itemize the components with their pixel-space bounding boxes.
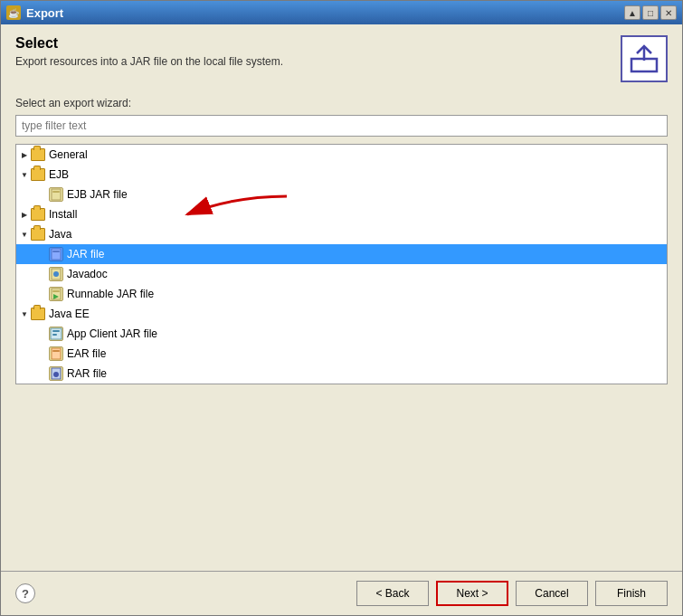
folder-icon-ejb [31,168,45,181]
jar-icon-runnable-jar [49,287,63,301]
tree-label-ejb-jar: EJB JAR file [67,188,128,201]
tree-label-jar-file: JAR file [67,248,104,261]
jar-icon-jar-file [49,247,63,261]
folder-icon-install [31,208,45,221]
title-bar-left: ☕ Export [6,5,63,20]
tree-label-general: General [49,148,88,161]
title-bar-controls: ▲ □ ✕ [624,5,677,20]
svg-rect-14 [52,350,60,352]
jar-icon-javadoc [49,267,63,281]
expand-icon-ejb [20,170,29,179]
tree-item-rar-file[interactable]: RAR file [16,364,667,384]
svg-rect-13 [52,348,61,359]
tree-label-runnable-jar: Runnable JAR file [67,288,154,300]
finish-button[interactable]: Finish [595,581,668,606]
expand-icon-java-ee [20,309,29,318]
filter-input[interactable] [15,115,668,137]
tree-item-java-ee[interactable]: Java EE [16,304,667,324]
window-title: Export [26,6,63,20]
tree-label-javadoc: Javadoc [67,268,108,280]
tree-label-app-client-jar: App Client JAR file [67,327,157,340]
window-content: Select Export resources into a JAR file … [1,24,682,571]
tree-item-javadoc[interactable]: Javadoc [16,264,667,284]
header-text: Select Export resources into a JAR file … [15,35,283,68]
svg-rect-12 [52,334,57,336]
jar-icon-app-client [49,327,63,341]
page-description: Export resources into a JAR file on the … [15,55,283,68]
tree-item-ear-file[interactable]: EAR file [16,344,667,364]
export-icon-svg [628,43,660,75]
svg-point-6 [53,271,59,277]
tree-item-install[interactable]: Install [16,204,667,224]
maximize-button[interactable]: □ [642,5,659,20]
jar-icon-rar [49,366,63,381]
minimize-button[interactable]: ▲ [624,5,640,20]
app-icon: ☕ [6,5,21,20]
tree-label-ejb: EJB [49,168,69,181]
filter-label: Select an export wizard: [15,97,668,109]
tree-wrapper: General EJB [15,144,668,395]
tree-item-ejb-jar[interactable]: EJB JAR file [16,185,667,204]
folder-icon-general [31,148,45,161]
folder-icon-java-ee [31,308,45,320]
header-section: Select Export resources into a JAR file … [15,35,668,82]
tree-item-ejb[interactable]: EJB [16,165,667,185]
expand-icon-install [20,210,29,219]
title-bar: ☕ Export ▲ □ ✕ [1,1,682,24]
export-icon [621,35,668,82]
dialog-buttons: < Back Next > Cancel Finish [356,581,668,606]
tree-item-app-client-jar[interactable]: App Client JAR file [16,324,667,344]
tree-label-java: Java [49,228,71,241]
page-title: Select [15,35,283,52]
svg-rect-8 [52,290,60,292]
tree-item-runnable-jar[interactable]: Runnable JAR file [16,284,667,304]
jar-icon-ear [49,346,63,361]
expand-icon-general [20,150,29,159]
tree-container[interactable]: General EJB [15,144,668,384]
tree-label-rar-file: RAR file [67,367,107,380]
next-button[interactable]: Next > [436,581,508,606]
expand-icon-java [20,230,29,239]
svg-rect-4 [52,251,60,252]
tree-item-general[interactable]: General [16,145,667,165]
tree-label-ear-file: EAR file [67,347,106,360]
svg-rect-1 [52,189,61,200]
help-button[interactable]: ? [15,583,35,603]
svg-rect-2 [52,191,60,193]
tree-item-jar-file[interactable]: JAR file [16,244,667,264]
svg-rect-3 [52,249,61,260]
svg-rect-0 [631,59,657,71]
bottom-bar: ? < Back Next > Cancel Finish [1,571,682,615]
tree-label-install: Install [49,208,77,221]
cancel-button[interactable]: Cancel [516,581,588,606]
folder-icon-java [31,228,45,241]
svg-point-16 [53,372,59,377]
svg-rect-11 [52,330,60,332]
tree-label-java-ee: Java EE [49,308,90,320]
jar-icon-ejb-jar [49,187,63,202]
back-button[interactable]: < Back [356,581,429,606]
tree-item-java[interactable]: Java [16,224,667,244]
export-window: ☕ Export ▲ □ ✕ Select Export resources i… [0,0,683,616]
close-button[interactable]: ✕ [660,5,677,20]
